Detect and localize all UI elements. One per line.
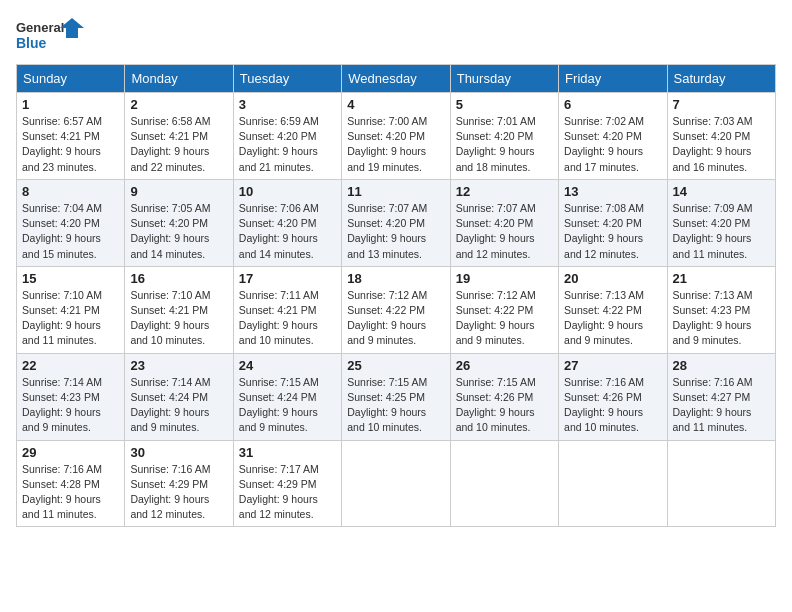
day-cell-29: 29 Sunrise: 7:16 AMSunset: 4:28 PMDaylig… xyxy=(17,440,125,527)
day-cell-1: 1 Sunrise: 6:57 AMSunset: 4:21 PMDayligh… xyxy=(17,93,125,180)
day-cell-14: 14 Sunrise: 7:09 AMSunset: 4:20 PMDaylig… xyxy=(667,179,775,266)
day-cell-24: 24 Sunrise: 7:15 AMSunset: 4:24 PMDaylig… xyxy=(233,353,341,440)
day-detail: Sunrise: 7:09 AMSunset: 4:20 PMDaylight:… xyxy=(673,202,753,260)
day-cell-17: 17 Sunrise: 7:11 AMSunset: 4:21 PMDaylig… xyxy=(233,266,341,353)
day-number: 8 xyxy=(22,184,119,199)
day-number: 13 xyxy=(564,184,661,199)
day-cell-27: 27 Sunrise: 7:16 AMSunset: 4:26 PMDaylig… xyxy=(559,353,667,440)
day-number: 3 xyxy=(239,97,336,112)
day-number: 14 xyxy=(673,184,770,199)
day-number: 19 xyxy=(456,271,553,286)
day-number: 30 xyxy=(130,445,227,460)
calendar-table: SundayMondayTuesdayWednesdayThursdayFrid… xyxy=(16,64,776,527)
day-detail: Sunrise: 7:16 AMSunset: 4:28 PMDaylight:… xyxy=(22,463,102,521)
column-header-sunday: Sunday xyxy=(17,65,125,93)
week-row-4: 22 Sunrise: 7:14 AMSunset: 4:23 PMDaylig… xyxy=(17,353,776,440)
day-detail: Sunrise: 7:03 AMSunset: 4:20 PMDaylight:… xyxy=(673,115,753,173)
day-number: 24 xyxy=(239,358,336,373)
day-detail: Sunrise: 7:05 AMSunset: 4:20 PMDaylight:… xyxy=(130,202,210,260)
day-detail: Sunrise: 7:04 AMSunset: 4:20 PMDaylight:… xyxy=(22,202,102,260)
day-detail: Sunrise: 7:07 AMSunset: 4:20 PMDaylight:… xyxy=(347,202,427,260)
day-cell-19: 19 Sunrise: 7:12 AMSunset: 4:22 PMDaylig… xyxy=(450,266,558,353)
day-cell-28: 28 Sunrise: 7:16 AMSunset: 4:27 PMDaylig… xyxy=(667,353,775,440)
empty-cell xyxy=(667,440,775,527)
day-cell-4: 4 Sunrise: 7:00 AMSunset: 4:20 PMDayligh… xyxy=(342,93,450,180)
day-detail: Sunrise: 7:13 AMSunset: 4:22 PMDaylight:… xyxy=(564,289,644,347)
day-number: 18 xyxy=(347,271,444,286)
day-cell-26: 26 Sunrise: 7:15 AMSunset: 4:26 PMDaylig… xyxy=(450,353,558,440)
day-detail: Sunrise: 7:15 AMSunset: 4:26 PMDaylight:… xyxy=(456,376,536,434)
day-detail: Sunrise: 7:17 AMSunset: 4:29 PMDaylight:… xyxy=(239,463,319,521)
day-number: 28 xyxy=(673,358,770,373)
day-detail: Sunrise: 7:16 AMSunset: 4:26 PMDaylight:… xyxy=(564,376,644,434)
day-detail: Sunrise: 7:06 AMSunset: 4:20 PMDaylight:… xyxy=(239,202,319,260)
empty-cell xyxy=(342,440,450,527)
day-number: 15 xyxy=(22,271,119,286)
day-detail: Sunrise: 7:10 AMSunset: 4:21 PMDaylight:… xyxy=(22,289,102,347)
day-number: 22 xyxy=(22,358,119,373)
day-number: 11 xyxy=(347,184,444,199)
day-number: 26 xyxy=(456,358,553,373)
day-number: 21 xyxy=(673,271,770,286)
day-cell-31: 31 Sunrise: 7:17 AMSunset: 4:29 PMDaylig… xyxy=(233,440,341,527)
column-header-saturday: Saturday xyxy=(667,65,775,93)
day-cell-30: 30 Sunrise: 7:16 AMSunset: 4:29 PMDaylig… xyxy=(125,440,233,527)
day-cell-7: 7 Sunrise: 7:03 AMSunset: 4:20 PMDayligh… xyxy=(667,93,775,180)
logo-svg: General Blue xyxy=(16,16,86,56)
day-cell-16: 16 Sunrise: 7:10 AMSunset: 4:21 PMDaylig… xyxy=(125,266,233,353)
day-number: 5 xyxy=(456,97,553,112)
day-detail: Sunrise: 6:57 AMSunset: 4:21 PMDaylight:… xyxy=(22,115,102,173)
day-cell-11: 11 Sunrise: 7:07 AMSunset: 4:20 PMDaylig… xyxy=(342,179,450,266)
day-number: 17 xyxy=(239,271,336,286)
column-header-thursday: Thursday xyxy=(450,65,558,93)
day-cell-5: 5 Sunrise: 7:01 AMSunset: 4:20 PMDayligh… xyxy=(450,93,558,180)
day-cell-9: 9 Sunrise: 7:05 AMSunset: 4:20 PMDayligh… xyxy=(125,179,233,266)
column-header-wednesday: Wednesday xyxy=(342,65,450,93)
day-detail: Sunrise: 7:16 AMSunset: 4:29 PMDaylight:… xyxy=(130,463,210,521)
page-header: General Blue xyxy=(16,16,776,56)
header-row: SundayMondayTuesdayWednesdayThursdayFrid… xyxy=(17,65,776,93)
week-row-2: 8 Sunrise: 7:04 AMSunset: 4:20 PMDayligh… xyxy=(17,179,776,266)
day-cell-22: 22 Sunrise: 7:14 AMSunset: 4:23 PMDaylig… xyxy=(17,353,125,440)
day-detail: Sunrise: 7:12 AMSunset: 4:22 PMDaylight:… xyxy=(456,289,536,347)
column-header-friday: Friday xyxy=(559,65,667,93)
day-cell-21: 21 Sunrise: 7:13 AMSunset: 4:23 PMDaylig… xyxy=(667,266,775,353)
day-detail: Sunrise: 7:14 AMSunset: 4:23 PMDaylight:… xyxy=(22,376,102,434)
logo: General Blue xyxy=(16,16,86,56)
day-cell-10: 10 Sunrise: 7:06 AMSunset: 4:20 PMDaylig… xyxy=(233,179,341,266)
day-detail: Sunrise: 7:12 AMSunset: 4:22 PMDaylight:… xyxy=(347,289,427,347)
day-cell-25: 25 Sunrise: 7:15 AMSunset: 4:25 PMDaylig… xyxy=(342,353,450,440)
day-cell-6: 6 Sunrise: 7:02 AMSunset: 4:20 PMDayligh… xyxy=(559,93,667,180)
day-number: 20 xyxy=(564,271,661,286)
day-detail: Sunrise: 7:16 AMSunset: 4:27 PMDaylight:… xyxy=(673,376,753,434)
day-detail: Sunrise: 7:11 AMSunset: 4:21 PMDaylight:… xyxy=(239,289,319,347)
day-detail: Sunrise: 7:14 AMSunset: 4:24 PMDaylight:… xyxy=(130,376,210,434)
day-number: 31 xyxy=(239,445,336,460)
day-detail: Sunrise: 7:01 AMSunset: 4:20 PMDaylight:… xyxy=(456,115,536,173)
day-number: 10 xyxy=(239,184,336,199)
empty-cell xyxy=(450,440,558,527)
day-cell-12: 12 Sunrise: 7:07 AMSunset: 4:20 PMDaylig… xyxy=(450,179,558,266)
day-number: 4 xyxy=(347,97,444,112)
week-row-5: 29 Sunrise: 7:16 AMSunset: 4:28 PMDaylig… xyxy=(17,440,776,527)
column-header-monday: Monday xyxy=(125,65,233,93)
day-detail: Sunrise: 7:02 AMSunset: 4:20 PMDaylight:… xyxy=(564,115,644,173)
empty-cell xyxy=(559,440,667,527)
day-number: 9 xyxy=(130,184,227,199)
day-detail: Sunrise: 7:10 AMSunset: 4:21 PMDaylight:… xyxy=(130,289,210,347)
day-number: 2 xyxy=(130,97,227,112)
day-number: 7 xyxy=(673,97,770,112)
svg-text:General: General xyxy=(16,20,64,35)
day-cell-8: 8 Sunrise: 7:04 AMSunset: 4:20 PMDayligh… xyxy=(17,179,125,266)
day-detail: Sunrise: 7:08 AMSunset: 4:20 PMDaylight:… xyxy=(564,202,644,260)
day-detail: Sunrise: 6:58 AMSunset: 4:21 PMDaylight:… xyxy=(130,115,210,173)
week-row-3: 15 Sunrise: 7:10 AMSunset: 4:21 PMDaylig… xyxy=(17,266,776,353)
day-detail: Sunrise: 7:00 AMSunset: 4:20 PMDaylight:… xyxy=(347,115,427,173)
day-number: 1 xyxy=(22,97,119,112)
day-detail: Sunrise: 6:59 AMSunset: 4:20 PMDaylight:… xyxy=(239,115,319,173)
day-cell-20: 20 Sunrise: 7:13 AMSunset: 4:22 PMDaylig… xyxy=(559,266,667,353)
day-number: 25 xyxy=(347,358,444,373)
day-detail: Sunrise: 7:13 AMSunset: 4:23 PMDaylight:… xyxy=(673,289,753,347)
day-detail: Sunrise: 7:15 AMSunset: 4:25 PMDaylight:… xyxy=(347,376,427,434)
day-cell-23: 23 Sunrise: 7:14 AMSunset: 4:24 PMDaylig… xyxy=(125,353,233,440)
